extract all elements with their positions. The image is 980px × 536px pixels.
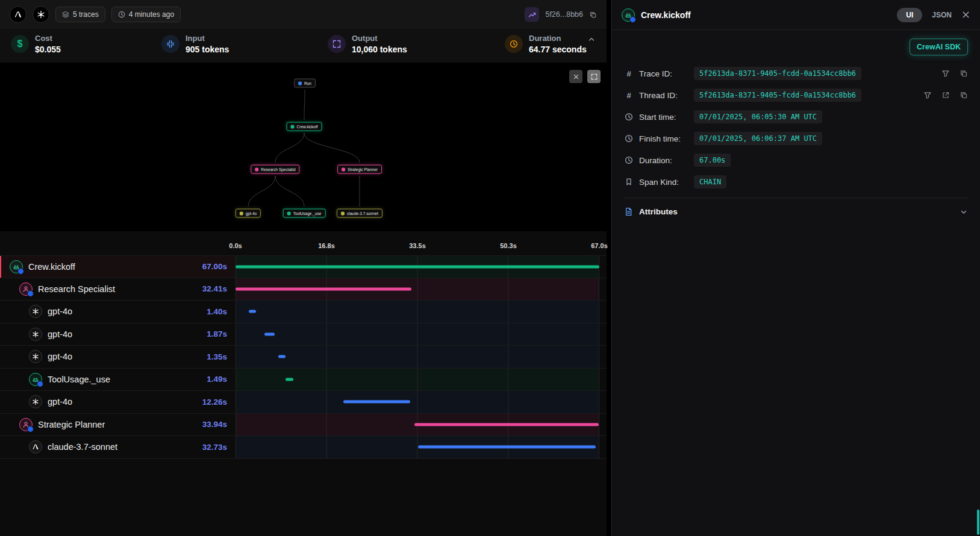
timeline-row[interactable]: Strategic Planner 33.94s [0,414,607,437]
filter-icon[interactable] [923,91,932,99]
chevron-down-icon [960,208,968,216]
detail-field: Span Kind: CHAIN [624,171,968,193]
span-details-panel: Crew.kickoff UI JSON CrewAI SDK # Trace … [611,0,980,536]
tab-ui[interactable]: UI [897,8,922,22]
field-actions [941,69,968,78]
span-name: gpt-4o [48,329,72,339]
stat-output: Output 10,060 tokens [328,34,505,54]
span-details-header: Crew.kickoff UI JSON [612,0,980,30]
trace-graph: Run Crew.kickoff Research Specialist Str… [0,63,607,231]
timeline-row-track[interactable] [236,256,599,278]
timeline-row-track[interactable] [236,414,599,436]
graph-node[interactable]: Run [294,79,316,88]
timeline-row-label-cell[interactable]: gpt-4o 12.26s [0,391,236,413]
timeline-row-track[interactable] [236,369,599,391]
sdk-badge: CrewAI SDK [910,39,968,55]
timeline-row-track[interactable] [236,436,599,458]
timeline-row-label-cell[interactable]: claude-3.7-sonnet 32.73s [0,436,236,458]
clock-icon [505,35,523,53]
span-duration: 32.73s [202,443,236,452]
stat-cost: $ Cost $0.055 [11,34,161,54]
timeline-row-track[interactable] [236,323,599,346]
timeline-span-bar[interactable] [236,265,599,268]
span-details-title: Crew.kickoff [641,10,691,20]
graph-node-label: Strategic Planner [348,167,378,172]
field-value: CHAIN [694,175,726,189]
span-type-icon [29,395,42,408]
clock-icon [624,113,634,121]
graph-node[interactable]: Crew.kickoff [287,122,322,131]
attributes-section-toggle[interactable]: Attributes [624,198,968,225]
timeline-row-label-cell[interactable]: Research Specialist 32.41s [0,278,236,301]
trace-overview-panel: 5 traces 4 minutes ago 5f26...8bb6 $ Cos… [0,0,607,536]
timeline-span-bar[interactable] [249,310,257,313]
graph-node[interactable]: gpt-4o [236,209,261,218]
filter-icon[interactable] [941,69,950,78]
timeline-row-label-cell[interactable]: Crew.kickoff 67.00s [0,256,236,278]
timeline-row[interactable]: claude-3.7-sonnet 32.73s [0,436,607,459]
external-link-icon[interactable] [941,91,950,99]
timeline-span-bar[interactable] [414,423,599,426]
field-value: 5f2613da-8371-9405-fcdd-0a1534cc8bb6 [694,67,861,80]
graph-node[interactable]: Strategic Planner [337,165,382,174]
timeline-span-bar[interactable] [418,446,596,449]
tab-json[interactable]: JSON [932,11,952,19]
copy-icon[interactable] [960,69,968,78]
timeline-row-track[interactable] [236,301,599,323]
timeline-row[interactable]: gpt-4o 12.26s [0,391,607,414]
timeline-row-label-cell[interactable]: gpt-4o 1.35s [0,346,236,368]
graph-node-icon [291,125,295,128]
detail-field: Duration: 67.00s [624,149,968,171]
copy-trace-id-button[interactable] [589,11,597,19]
graph-node-label: Crew.kickoff [297,125,318,129]
stat-value: 10,060 tokens [352,45,407,54]
layers-icon [62,11,69,18]
traces-count-badge[interactable]: 5 traces [55,7,105,22]
timeline-row[interactable]: gpt-4o 1.87s [0,323,607,346]
hash-icon: # [624,69,634,78]
graph-node[interactable]: Research Specialist [251,165,299,174]
timeline-span-bar[interactable] [264,332,275,335]
graph-node-icon [298,81,302,85]
field-label: Trace ID: [639,69,688,78]
span-duration: 1.87s [207,329,236,338]
timeline-span-bar[interactable] [278,355,286,358]
trace-trend-icon[interactable] [525,7,539,22]
detail-field: Finish time: 07/01/2025, 06:06:37 AM UTC [624,128,968,149]
field-label: Thread ID: [639,91,688,100]
graph-close-button[interactable] [569,70,582,83]
timeline-row-label-cell[interactable]: gpt-4o 1.87s [0,323,236,346]
timeline-span-bar[interactable] [236,287,411,290]
timeline-row[interactable]: ToolUsage._use 1.49s [0,369,607,391]
timeline-row-label-cell[interactable]: ToolUsage._use 1.49s [0,369,236,391]
clock-icon [624,156,634,164]
span-name: claude-3.7-sonnet [48,442,117,452]
timeline-row-track[interactable] [236,278,599,301]
timeline-row[interactable]: Research Specialist 32.41s [0,278,607,301]
collapse-stats-button[interactable] [587,34,596,43]
graph-node-label: Run [304,81,311,86]
timeline-row-track[interactable] [236,346,599,368]
stat-value: $0.055 [35,45,61,54]
timeline-row-label-cell[interactable]: Strategic Planner 33.94s [0,414,236,436]
panel-scrollbar-thumb[interactable] [977,510,979,535]
close-panel-button[interactable] [961,10,970,19]
field-value: 67.00s [694,154,731,167]
graph-node[interactable]: ToolUsage._use [283,209,326,218]
timeline-row[interactable]: Crew.kickoff 67.00s [0,255,607,278]
timeline-row-track[interactable] [236,391,599,413]
timeline-row-label-cell[interactable]: gpt-4o 1.40s [0,301,236,323]
last-updated-label: 4 minutes ago [129,10,174,19]
traces-count-label: 5 traces [73,10,99,19]
timeline-span-bar[interactable] [286,378,293,381]
copy-icon[interactable] [960,91,968,99]
timeline-axis: 0.0s16.8s33.5s50.3s67.0s [0,238,607,255]
timeline-span-bar[interactable] [343,400,410,404]
timeline-row[interactable]: gpt-4o 1.40s [0,301,607,323]
graph-node[interactable]: claude-3.7-sonnet [337,209,382,218]
span-type-icon [19,418,33,431]
stat-value: 905 tokens [186,45,229,54]
timeline-row[interactable]: gpt-4o 1.35s [0,346,607,369]
graph-expand-button[interactable] [587,70,601,83]
timeline-axis-ticks: 0.0s16.8s33.5s50.3s67.0s [236,238,599,255]
